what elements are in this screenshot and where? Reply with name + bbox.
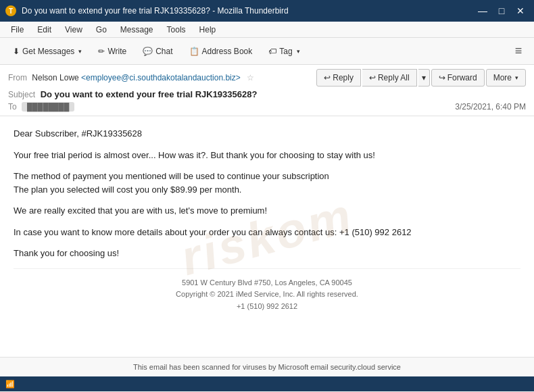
footer-address: 5901 W Century Blvd #750, Los Angeles, C… xyxy=(27,277,507,289)
footer-copyright: Copyright © 2021 iMed Service, Inc. All … xyxy=(27,289,507,301)
menu-view[interactable]: View xyxy=(59,24,88,36)
menu-file[interactable]: File xyxy=(5,24,29,36)
reply-all-button[interactable]: ↩ Reply All xyxy=(362,69,417,87)
window-title: Do you want to extend your free trial RJ… xyxy=(22,6,469,16)
app-icon: T xyxy=(5,5,16,16)
to-label: To xyxy=(8,102,17,112)
menu-bar: File Edit View Go Message Tools Help xyxy=(0,22,534,38)
more-button[interactable]: More ▾ xyxy=(486,69,526,87)
reply-all-dropdown-icon: ▾ xyxy=(422,73,426,82)
star-icon[interactable]: ☆ xyxy=(247,73,254,82)
reply-button[interactable]: ↩ Reply xyxy=(316,69,361,87)
action-buttons: ↩ Reply ↩ Reply All ▾ ↪ Forward More ▾ xyxy=(316,69,526,87)
get-messages-dropdown-icon: ▾ xyxy=(78,48,82,55)
title-bar: T Do you want to extend your free trial … xyxy=(0,0,534,22)
tag-icon: 🏷 xyxy=(268,47,276,56)
menu-go[interactable]: Go xyxy=(91,24,112,36)
get-messages-icon: ⬇ xyxy=(13,47,20,56)
maximize-button[interactable]: □ xyxy=(493,4,510,18)
chat-button[interactable]: 💬 Chat xyxy=(135,41,180,62)
body-line6: In case you want to know more details ab… xyxy=(14,226,520,239)
toolbar-menu-button[interactable]: ≡ xyxy=(508,41,529,62)
toolbar: ⬇ Get Messages ▾ ✏ Write 💬 Chat 📋 Addres… xyxy=(0,38,534,65)
from-line: From Nelson Lowe <employee@ci.southdakot… xyxy=(8,73,254,82)
status-bar: 📶 xyxy=(0,376,534,391)
reply-all-icon: ↩ xyxy=(369,73,376,82)
write-button[interactable]: ✏ Write xyxy=(91,41,134,62)
body-line3: The method of payment you mentioned will… xyxy=(14,170,520,196)
menu-message[interactable]: Message xyxy=(115,24,159,36)
to-date-line: To ████████ 3/25/2021, 6:40 PM xyxy=(8,102,526,112)
menu-help[interactable]: Help xyxy=(194,24,222,36)
reply-icon: ↩ xyxy=(324,73,331,82)
from-label: From xyxy=(8,73,27,82)
write-icon: ✏ xyxy=(98,47,105,56)
chat-icon: 💬 xyxy=(143,47,153,56)
window-controls: — □ ✕ xyxy=(475,4,529,18)
status-icon: 📶 xyxy=(5,380,15,389)
tag-button[interactable]: 🏷 Tag ▾ xyxy=(261,41,307,62)
virus-notice: This email has been scanned for viruses … xyxy=(0,357,534,376)
to-line: To ████████ xyxy=(8,102,74,112)
forward-icon: ↪ xyxy=(439,73,445,82)
body-line2: Your free trial period is almost over...… xyxy=(14,149,520,162)
date-text: 3/25/2021, 6:40 PM xyxy=(455,102,526,112)
close-button[interactable]: ✕ xyxy=(512,4,529,18)
email-footer: 5901 W Century Blvd #750, Los Angeles, C… xyxy=(14,268,520,321)
menu-tools[interactable]: Tools xyxy=(162,24,191,36)
address-book-icon: 📋 xyxy=(189,47,199,56)
subject-line: Subject Do you want to extend your free … xyxy=(8,89,526,99)
email-header: From Nelson Lowe <employee@ci.southdakot… xyxy=(0,65,534,116)
forward-button[interactable]: ↪ Forward xyxy=(431,69,485,87)
body-line5: We are really excited that you are with … xyxy=(14,204,520,218)
email-body: riskom Dear Subscriber, #RJK19335628 You… xyxy=(0,116,534,357)
body-line1: Dear Subscriber, #RJK19335628 xyxy=(14,127,520,141)
subject-text: Do you want to extend your free trial RJ… xyxy=(41,89,258,99)
menu-edit[interactable]: Edit xyxy=(32,24,57,36)
from-name: Nelson Lowe xyxy=(32,73,78,82)
minimize-button[interactable]: — xyxy=(475,4,491,18)
footer-phone: +1 (510) 992 2612 xyxy=(27,301,507,313)
from-email[interactable]: <employee@ci.southdakotalandauction.biz> xyxy=(81,73,241,82)
subject-label: Subject xyxy=(8,90,35,99)
address-book-button[interactable]: 📋 Address Book xyxy=(182,41,260,62)
body-line7: Thank you for choosing us! xyxy=(14,247,520,260)
email-header-top: From Nelson Lowe <employee@ci.southdakot… xyxy=(8,69,526,87)
to-value: ████████ xyxy=(22,102,74,112)
get-messages-button[interactable]: ⬇ Get Messages ▾ xyxy=(5,41,89,62)
reply-all-dropdown-button[interactable]: ▾ xyxy=(418,69,430,87)
more-dropdown-icon: ▾ xyxy=(515,74,518,81)
tag-dropdown-icon: ▾ xyxy=(297,48,300,55)
